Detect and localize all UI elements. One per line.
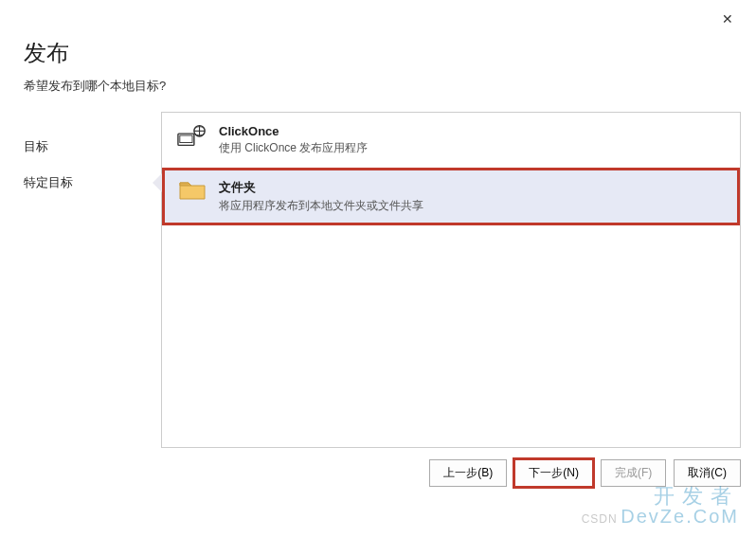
option-desc: 使用 ClickOnce 发布应用程序 [219,140,725,156]
dialog-header: 发布 希望发布到哪个本地目标? [0,0,756,112]
watermark-csdn: CSDN [582,512,618,526]
sidebar-item-label: 特定目标 [24,175,73,189]
option-desc: 将应用程序发布到本地文件夹或文件共享 [219,198,725,214]
option-text: ClickOnce 使用 ClickOnce 发布应用程序 [219,124,725,156]
option-clickonce[interactable]: ClickOnce 使用 ClickOnce 发布应用程序 [162,113,740,168]
svg-rect-4 [180,135,192,143]
sidebar: 目标 特定目标 [0,112,161,448]
sidebar-item-target[interactable]: 目标 [0,129,161,165]
page-title: 发布 [24,38,756,68]
clickonce-icon [177,124,207,147]
sidebar-item-specific-target[interactable]: 特定目标 [0,165,161,201]
page-subtitle: 希望发布到哪个本地目标? [24,78,756,95]
content-area: 目标 特定目标 ClickOnce 使用 ClickOnce 发布应用 [0,112,756,448]
finish-button[interactable]: 完成(F) [601,459,666,487]
folder-icon [177,179,207,202]
watermark-line2: DevZe.CoM [621,506,739,527]
cancel-button[interactable]: 取消(C) [674,459,741,487]
back-button[interactable]: 上一步(B) [429,459,507,487]
option-title: 文件夹 [219,179,725,196]
option-folder[interactable]: 文件夹 将应用程序发布到本地文件夹或文件共享 [162,168,740,225]
next-button[interactable]: 下一步(N) [514,459,593,487]
option-title: ClickOnce [219,124,725,138]
dialog-footer: 上一步(B) 下一步(N) 完成(F) 取消(C) [0,448,756,498]
options-panel: ClickOnce 使用 ClickOnce 发布应用程序 文件夹 将应用程序发… [161,112,741,448]
close-button[interactable]: ✕ [714,8,741,30]
sidebar-item-label: 目标 [24,139,48,153]
option-text: 文件夹 将应用程序发布到本地文件夹或文件共享 [219,179,725,214]
